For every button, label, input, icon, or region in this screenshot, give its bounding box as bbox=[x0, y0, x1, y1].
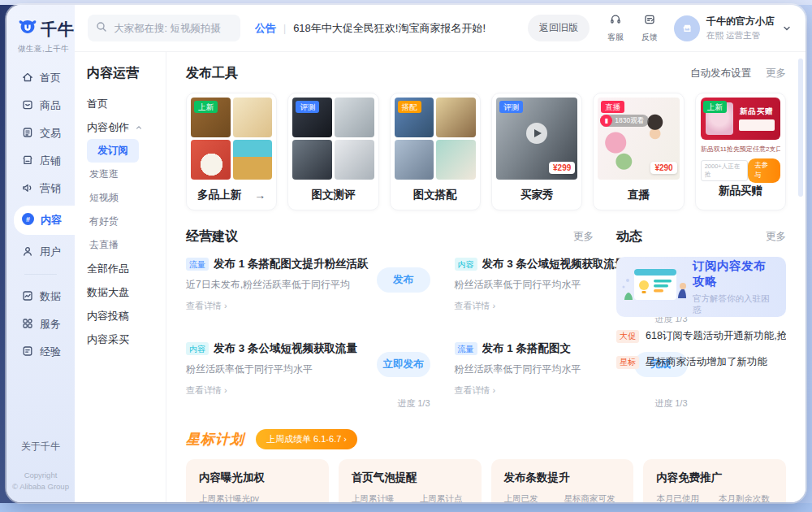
suggestions-more-link[interactable]: 更多 bbox=[573, 230, 594, 244]
sidebar-item-service[interactable]: 服务 bbox=[6, 314, 75, 335]
news-banner[interactable]: 订阅内容发布攻略 官方解答你的入驻困惑 bbox=[616, 257, 786, 317]
sidebar-item-home[interactable]: 首页 bbox=[6, 67, 75, 89]
sidebar-item-content[interactable]: # 内容 bbox=[14, 206, 75, 235]
sidebar-item-marketing[interactable]: 营销 bbox=[6, 178, 75, 199]
banner-title: 订阅内容发布攻略 bbox=[693, 258, 776, 289]
primary-sidebar: 千牛 做生意,上千牛 首页 商品 交易 店铺 营销 # 内容 用户 bbox=[6, 5, 75, 502]
badge-new: 上新 bbox=[703, 101, 727, 113]
customer-service-button[interactable]: 客服 bbox=[607, 13, 624, 43]
sidebar-item-trade[interactable]: 交易 bbox=[6, 123, 75, 144]
tag-content: 内容 bbox=[186, 342, 209, 355]
stat-card-free-promo: 内容免费推广 本月已使用 20 本月剩余次数 6 bbox=[643, 459, 786, 502]
account-menu[interactable]: 千牛的官方小店 在熙 运营主管 bbox=[674, 15, 791, 41]
subnav-content-submission[interactable]: 内容投稿 bbox=[87, 304, 166, 328]
badge-match: 搭配 bbox=[398, 101, 421, 113]
subnav-publish-subscribe[interactable]: 发订阅 bbox=[87, 139, 139, 163]
subnav-all-works[interactable]: 全部作品 bbox=[87, 257, 166, 280]
store-name: 千牛的官方小店 bbox=[706, 15, 775, 28]
app-tagline: 做生意,上千牛 bbox=[18, 44, 75, 54]
sidebar-item-shop[interactable]: 店铺 bbox=[6, 150, 75, 171]
chevron-down-icon bbox=[783, 21, 791, 36]
tool-card-buyer-show[interactable]: 评测 ¥299 买家秀 bbox=[491, 93, 582, 210]
publish-tools-more-link[interactable]: 更多 bbox=[766, 67, 786, 80]
tag-traffic: 流量 bbox=[455, 342, 477, 355]
auto-publish-settings-link[interactable]: 自动发布设置 bbox=[690, 67, 751, 80]
copyright: Copyright © Alibaba Group bbox=[6, 470, 75, 493]
arrow-right-icon: → bbox=[254, 189, 266, 202]
badge-live: 直播 bbox=[601, 101, 624, 113]
home-icon bbox=[21, 71, 34, 86]
app-window: 千牛 做生意,上千牛 首页 商品 交易 店铺 营销 # 内容 用户 bbox=[6, 5, 806, 502]
svg-text:#: # bbox=[26, 215, 30, 223]
feedback-note-icon bbox=[643, 13, 656, 29]
weekly-report-button[interactable]: 上周成绩单 6.1-6.7 › bbox=[256, 429, 357, 449]
announcement-label: 公告 bbox=[255, 21, 276, 36]
news-more-link[interactable]: 更多 bbox=[766, 230, 786, 244]
badge-new: 上新 bbox=[194, 101, 218, 113]
view-details-link[interactable]: 查看详情 › bbox=[455, 300, 626, 312]
scrollbar[interactable] bbox=[798, 59, 803, 197]
star-plan-logo: 星标计划 bbox=[186, 430, 244, 449]
stat-card-bubble: 首页气泡提醒 上周累计曝光uv 36874 较前一周+15% 上周累计点击uv … bbox=[339, 459, 482, 502]
promo-join-button[interactable]: 去参与 bbox=[748, 158, 780, 183]
live-chart-icon: ▮ bbox=[600, 115, 612, 127]
news-title: 动态 bbox=[616, 228, 642, 245]
tool-card-outfit[interactable]: 搭配 图文搭配 bbox=[390, 93, 481, 210]
subnav-guangguang[interactable]: 发逛逛 bbox=[87, 163, 166, 186]
shop-icon bbox=[21, 154, 34, 169]
tool-card-multi-new[interactable]: 上新 多品上新 → bbox=[186, 93, 277, 210]
subnav-data-dashboard[interactable]: 数据大盘 bbox=[87, 280, 166, 304]
search-box[interactable] bbox=[88, 15, 240, 41]
tag-content: 内容 bbox=[455, 258, 477, 271]
search-input[interactable] bbox=[112, 22, 232, 35]
chevron-up-icon bbox=[136, 121, 142, 133]
headset-icon bbox=[609, 13, 622, 29]
publish-now-button[interactable]: 立即发布 bbox=[377, 352, 430, 377]
announcement-bar[interactable]: 公告 | 618年中大促全民狂欢!淘宝商家报名开始! bbox=[255, 21, 486, 36]
user-role: 在熙 运营主管 bbox=[706, 30, 775, 41]
banner-subtitle: 官方解答你的入驻困惑 bbox=[693, 293, 776, 316]
view-details-link[interactable]: 查看详情 › bbox=[186, 300, 369, 312]
sidebar-divider bbox=[24, 274, 57, 275]
view-details-link[interactable]: 查看详情 › bbox=[186, 384, 369, 397]
subnav-content-purchase[interactable]: 内容采买 bbox=[87, 328, 166, 351]
view-details-link[interactable]: 查看详情 › bbox=[455, 384, 626, 397]
news-item[interactable]: 星标 星标商家活动增加了新功能 bbox=[616, 355, 786, 369]
suggestion-item: 流量 发布 1 条搭配图文提升粉丝活跃 近7日未发布,粉丝活跃率低于同行平均 查… bbox=[186, 257, 430, 328]
sidebar-item-data[interactable]: 数据 bbox=[6, 286, 75, 307]
app-logo[interactable]: 千牛 bbox=[18, 18, 75, 41]
topbar: 公告 | 618年中大促全民狂欢!淘宝商家报名开始! 返回旧版 客服 反馈 bbox=[75, 5, 806, 52]
announcement-text: 618年中大促全民狂欢!淘宝商家报名开始! bbox=[293, 21, 486, 36]
about-link[interactable]: 关于千牛 bbox=[6, 440, 75, 453]
secondary-sidebar: 内容运营 首页 内容创作 发订阅 发逛逛 短视频 有好货 去直播 全部作品 数据… bbox=[75, 52, 166, 502]
trade-icon bbox=[21, 126, 34, 141]
content-hash-icon: # bbox=[21, 212, 35, 228]
back-to-old-button[interactable]: 返回旧版 bbox=[528, 15, 590, 41]
grid-icon bbox=[21, 317, 34, 332]
viewer-count: ▮ 1830观看 bbox=[600, 115, 649, 127]
search-icon bbox=[96, 21, 107, 36]
megaphone-icon bbox=[21, 181, 34, 197]
tag-promo: 大促 bbox=[616, 330, 639, 343]
subnav-go-live[interactable]: 去直播 bbox=[87, 233, 166, 257]
subnav-content-create[interactable]: 内容创作 bbox=[87, 115, 166, 139]
badge-review: 评测 bbox=[499, 101, 523, 113]
feedback-button[interactable]: 反馈 bbox=[641, 13, 658, 43]
stat-card-publish-count: 发布条数提升 上周已发布 60 星标商家可发布 70 bbox=[491, 459, 634, 502]
price-tag: ¥299 bbox=[549, 162, 575, 174]
subnav-good-items[interactable]: 有好货 bbox=[87, 210, 166, 233]
user-icon bbox=[21, 245, 34, 260]
subnav-home[interactable]: 首页 bbox=[87, 92, 166, 115]
progress-label: 进度 1/3 bbox=[397, 397, 430, 413]
store-avatar bbox=[674, 15, 700, 41]
sidebar-item-goods[interactable]: 商品 bbox=[6, 95, 75, 116]
news-item[interactable]: 大促 618订阅专题活动开通新功能,抢先试用 bbox=[616, 329, 786, 343]
subnav-short-video[interactable]: 短视频 bbox=[87, 186, 166, 210]
tool-card-review[interactable]: 评测 图文测评 bbox=[287, 93, 378, 210]
sidebar-item-experience[interactable]: 经验 bbox=[6, 341, 75, 362]
sidebar-item-user[interactable]: 用户 bbox=[6, 241, 75, 263]
publish-button[interactable]: 发布 bbox=[377, 267, 430, 293]
tool-card-live[interactable]: 直播 ▮ 1830观看 ¥290 直播 bbox=[593, 93, 684, 210]
tool-card-gift-with-purchase[interactable]: 上新 新品买赠 新品双11抢先预定任意2支口红送超值赠品 bbox=[695, 93, 786, 210]
stat-card-exposure: 内容曝光加权 上周累计曝光pv 801,124,234 较前一周+45% bbox=[186, 459, 329, 502]
